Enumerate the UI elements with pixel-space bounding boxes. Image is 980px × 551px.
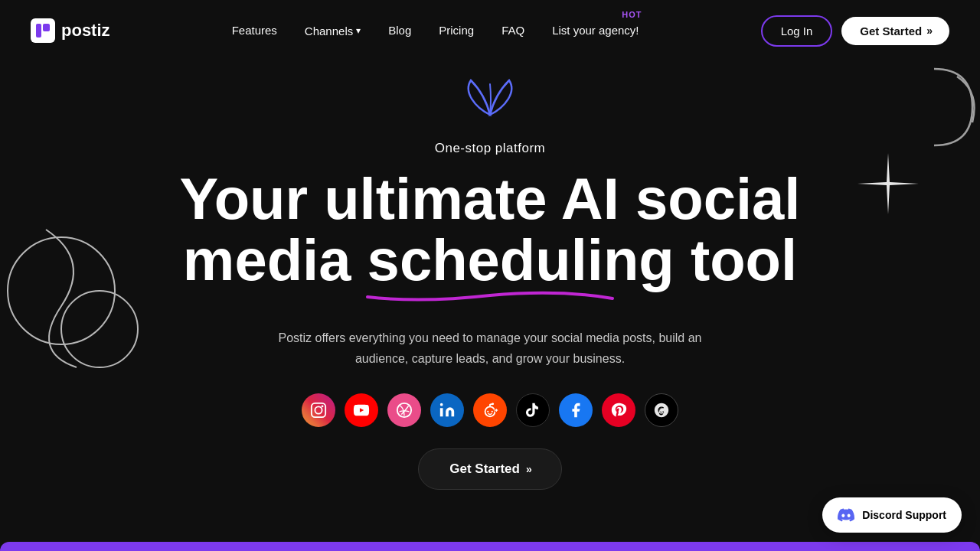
hero-icon — [459, 77, 521, 126]
get-started-hero-button[interactable]: Get Started » — [418, 448, 561, 490]
nav-links: Features Channels ▾ Blog Pricing FAQ HOT… — [232, 24, 639, 37]
nav-features[interactable]: Features — [232, 24, 277, 37]
hot-badge: HOT — [622, 10, 642, 19]
social-icon-pinterest[interactable] — [602, 393, 635, 427]
nav-faq[interactable]: FAQ — [501, 24, 524, 37]
svg-point-9 — [485, 406, 495, 416]
svg-rect-1 — [43, 24, 50, 31]
logo-icon — [31, 18, 55, 43]
discord-icon — [838, 507, 854, 523]
logo[interactable]: postiz — [31, 18, 110, 43]
arrows-icon: » — [926, 24, 931, 37]
discord-label: Discord Support — [862, 509, 946, 521]
social-icon-facebook[interactable] — [559, 393, 593, 427]
svg-rect-4 — [312, 403, 325, 417]
navbar: postiz Features Channels ▾ Blog Pricing … — [0, 0, 980, 61]
social-icon-reddit[interactable] — [473, 393, 507, 427]
svg-point-12 — [492, 403, 494, 405]
bottom-strip — [0, 542, 980, 551]
nav-agency-wrapper: HOT List your agency! — [552, 24, 639, 37]
discord-support-button[interactable]: Discord Support — [822, 497, 962, 533]
hero-subtitle: One-stop platform — [435, 141, 546, 156]
svg-point-5 — [315, 406, 322, 413]
social-icons-row — [302, 393, 678, 427]
social-icon-youtube[interactable] — [345, 393, 378, 427]
hero-title: Your ultimate AI social media scheduling… — [180, 168, 801, 291]
hero-section: One-stop platform Your ultimate AI socia… — [0, 61, 980, 490]
login-button[interactable]: Log In — [761, 15, 833, 47]
nav-agency[interactable]: List your agency! — [552, 24, 639, 37]
underline-decoration — [360, 289, 620, 305]
nav-pricing[interactable]: Pricing — [439, 24, 474, 37]
chevron-down-icon: ▾ — [356, 25, 361, 36]
nav-buttons: Log In Get Started » — [761, 15, 949, 47]
svg-point-10 — [487, 411, 488, 412]
cta-arrows-icon: » — [526, 463, 531, 475]
svg-point-11 — [492, 411, 493, 412]
social-icon-linkedin[interactable] — [430, 393, 464, 427]
get-started-nav-button[interactable]: Get Started » — [841, 17, 949, 45]
social-icon-dribbble[interactable] — [387, 393, 421, 427]
logo-text: postiz — [61, 21, 110, 41]
social-icon-threads[interactable] — [645, 393, 678, 427]
nav-channels[interactable]: Channels ▾ — [305, 24, 361, 37]
hero-description: Postiz offers everything you need to man… — [276, 328, 704, 369]
svg-rect-0 — [36, 24, 41, 37]
svg-point-6 — [322, 406, 324, 408]
nav-blog[interactable]: Blog — [388, 24, 411, 37]
social-icon-tiktok[interactable] — [516, 393, 550, 427]
social-icon-instagram[interactable] — [302, 393, 335, 427]
